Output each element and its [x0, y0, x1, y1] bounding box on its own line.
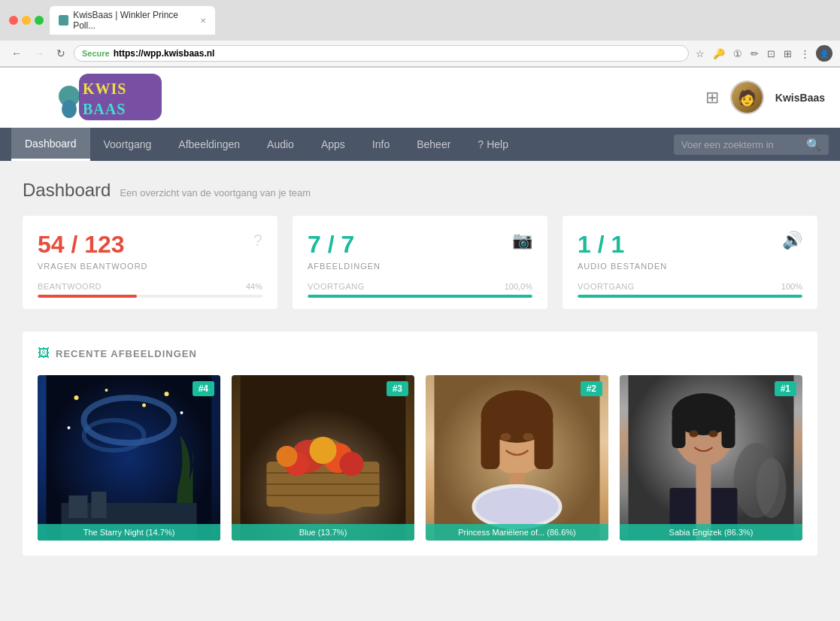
stat-card-afbeeldingen: 7 / 7 AFBEELDINGEN 📷 VOORTGANG 100,0%	[293, 216, 547, 309]
nav-item-apps[interactable]: Apps	[308, 128, 359, 161]
browser-titlebar: KwisBaas | Winkler Prince Poll... ✕	[0, 0, 840, 41]
section-header: 🖼 RECENTE AFBEELDINGEN	[38, 347, 802, 360]
svg-rect-50	[696, 464, 711, 488]
svg-point-38	[476, 488, 559, 526]
svg-point-27	[340, 452, 364, 476]
svg-point-25	[310, 437, 337, 464]
svg-point-12	[68, 426, 71, 429]
navigation-bar: Dashboard Voortgang Afbeeldingen Audio A…	[0, 128, 840, 161]
secure-badge: Secure	[82, 49, 110, 58]
grid-icon[interactable]: ⊞	[705, 88, 719, 108]
browser-dots	[9, 16, 44, 25]
image-caption-2: Blue (13.7%)	[232, 524, 414, 541]
svg-point-28	[277, 446, 298, 467]
cast-button[interactable]: ⊡	[765, 46, 778, 62]
image-item-3[interactable]: #2 Princess Mariëlene of... (86.6%)	[426, 375, 608, 541]
forward-button[interactable]: →	[30, 46, 48, 61]
close-dot[interactable]	[9, 16, 18, 25]
logo-container: KWIS BAAS	[15, 68, 165, 128]
audio-icon: 🔊	[782, 231, 802, 250]
nav-item-beheer[interactable]: Beheer	[403, 128, 464, 161]
image-caption-1: The Starry Night (14.7%)	[38, 524, 220, 541]
recent-images-section: 🖼 RECENTE AFBEELDINGEN	[23, 332, 817, 556]
svg-point-1	[62, 100, 77, 118]
edit-button[interactable]: ✏	[748, 46, 761, 62]
camera-icon: 📷	[512, 231, 532, 250]
woman1-svg	[426, 375, 608, 541]
woman2-svg	[620, 375, 802, 541]
browser-chrome: KwisBaas | Winkler Prince Poll... ✕ ← → …	[0, 0, 840, 68]
stat-card-vragen: 54 / 123 VRAGEN BEANTWOORD ? BEANTWOORD …	[23, 216, 277, 309]
stat-number-vragen: 54 / 123	[38, 231, 262, 259]
svg-point-35	[523, 433, 534, 441]
svg-point-8	[74, 395, 79, 400]
progress-row-audio: VOORTGANG 100%	[578, 282, 802, 291]
images-grid: #4 The Starry Night (14.7%)	[38, 375, 802, 541]
nav-item-afbeeldingen[interactable]: Afbeeldingen	[165, 128, 253, 161]
help-question-icon: ?	[478, 138, 484, 150]
bookmark-button[interactable]: ☆	[693, 46, 707, 62]
minimize-dot[interactable]	[22, 16, 31, 25]
nav-item-audio[interactable]: Audio	[253, 128, 308, 161]
notification-button[interactable]: ①	[731, 46, 744, 62]
nav-item-help[interactable]: ? Help	[464, 128, 522, 161]
progress-bar-fill-vragen	[38, 295, 137, 298]
progress-row-vragen: BEANTWOORD 44%	[38, 282, 262, 291]
tab-favicon	[59, 15, 68, 26]
stats-row: 54 / 123 VRAGEN BEANTWOORD ? BEANTWOORD …	[23, 216, 817, 309]
nav-item-info[interactable]: Info	[359, 128, 403, 161]
address-bar[interactable]: Secure https://wpp.kwisbaas.nl	[74, 45, 689, 62]
svg-text:BAAS: BAAS	[83, 101, 126, 117]
image-badge-2: #3	[387, 381, 408, 396]
browser-tab[interactable]: KwisBaas | Winkler Prince Poll... ✕	[50, 6, 215, 35]
svg-point-11	[180, 411, 183, 414]
menu-button[interactable]: ⋮	[798, 46, 812, 62]
nav-search[interactable]: 🔍	[674, 135, 829, 155]
image-badge-1: #4	[193, 381, 214, 396]
svg-rect-33	[535, 417, 553, 469]
svg-rect-45	[722, 414, 735, 448]
page-title: Dashboard	[23, 180, 111, 201]
main-content: Dashboard Een overzicht van de voortgang…	[0, 161, 840, 574]
maximize-dot[interactable]	[35, 16, 44, 25]
image-starry-night	[38, 375, 220, 541]
nav-item-voortgang[interactable]: Voortgang	[90, 128, 165, 161]
image-item-1[interactable]: #4 The Starry Night (14.7%)	[38, 375, 220, 541]
image-badge-4: #1	[775, 381, 796, 396]
page-title-row: Dashboard Een overzicht van de voortgang…	[23, 180, 817, 201]
starry-night-svg	[38, 375, 220, 541]
extensions-button[interactable]: 🔑	[711, 46, 727, 62]
progress-bar-bg-vragen	[38, 295, 262, 298]
image-item-4[interactable]: #1 Sabia Engizek (86.3%)	[620, 375, 802, 541]
back-button[interactable]: ←	[8, 46, 26, 61]
tab-title: KwisBaas | Winkler Prince Poll...	[73, 10, 196, 31]
image-caption-4: Sabia Engizek (86.3%)	[620, 524, 802, 541]
svg-point-46	[690, 431, 699, 438]
help-label: Help	[487, 138, 508, 150]
stat-label-vragen: VRAGEN BEANTWOORD	[38, 262, 262, 271]
search-input[interactable]	[681, 139, 802, 150]
tab-close-button[interactable]: ✕	[200, 17, 206, 25]
svg-rect-15	[69, 495, 88, 518]
profile-icon[interactable]: 👤	[816, 45, 832, 62]
browser-actions: ☆ 🔑 ① ✏ ⊡ ⊞ ⋮ 👤	[693, 45, 832, 62]
user-avatar-image: 🧑	[732, 82, 763, 113]
image-badge-3: #2	[581, 381, 602, 396]
progress-row-afbeeldingen: VOORTGANG 100,0%	[308, 282, 532, 291]
url-bold: wpp.kwisbaas.nl	[144, 48, 215, 59]
url-domain: https://	[114, 48, 144, 59]
image-item-2[interactable]: #3 Blue (13.7%)	[232, 375, 414, 541]
progress-percent-audio: 100%	[781, 282, 802, 291]
image-woman2	[620, 375, 802, 541]
svg-point-41	[757, 458, 787, 518]
nav-item-dashboard[interactable]: Dashboard	[11, 128, 90, 161]
apps-button[interactable]: ⊞	[781, 46, 794, 62]
svg-rect-16	[92, 492, 107, 518]
reload-button[interactable]: ↻	[53, 46, 69, 61]
address-url: https://wpp.kwisbaas.nl	[114, 48, 215, 59]
svg-point-47	[709, 431, 718, 438]
image-fruit	[232, 375, 414, 541]
question-icon: ?	[253, 231, 262, 250]
image-section-icon: 🖼	[38, 347, 50, 360]
progress-bar-bg-afbeeldingen	[308, 295, 532, 298]
